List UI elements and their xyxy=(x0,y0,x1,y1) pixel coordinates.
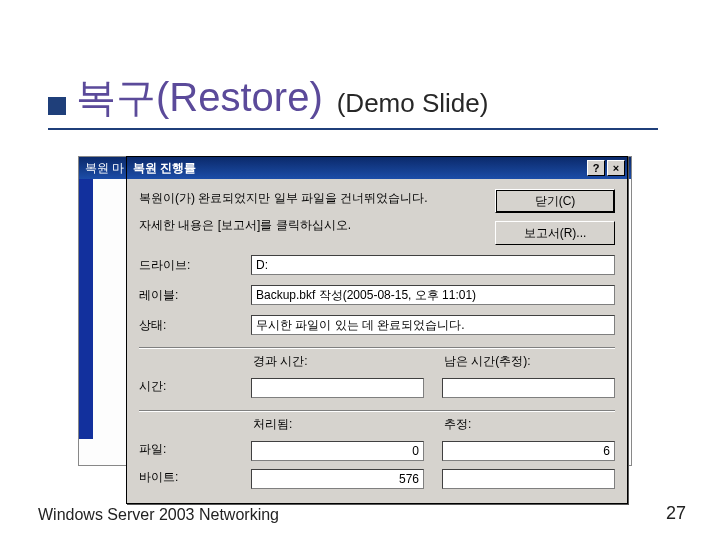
status-label: 상태: xyxy=(139,317,251,334)
dialog-titlebar[interactable]: 복원 진행률 ? × xyxy=(127,157,627,179)
help-button[interactable]: ? xyxy=(587,160,605,176)
close-button[interactable]: 닫기(C) xyxy=(495,189,615,213)
parent-window-title: 복원 마 xyxy=(85,161,124,175)
report-button[interactable]: 보고서(R)... xyxy=(495,221,615,245)
drive-value: D: xyxy=(251,255,615,275)
slide-header: 복구(Restore) (Demo Slide) xyxy=(48,70,488,125)
processed-header: 처리됨: xyxy=(251,416,424,433)
label-value: Backup.bkf 작성(2005-08-15, 오후 11:01) xyxy=(251,285,615,305)
slide-title-main: 복구(Restore) xyxy=(76,70,323,125)
drive-label: 드라이브: xyxy=(139,257,251,274)
bytes-estimated-value xyxy=(442,469,615,489)
title-underline xyxy=(48,128,658,130)
close-icon[interactable]: × xyxy=(607,160,625,176)
title-bullet-square xyxy=(48,97,66,115)
files-estimated-value: 6 xyxy=(442,441,615,461)
separator-1 xyxy=(139,347,615,349)
restore-progress-dialog: 복원 진행률 ? × 복원이(가) 완료되었지만 일부 파일을 건너뛰었습니다.… xyxy=(126,156,628,504)
label-label: 레이블: xyxy=(139,287,251,304)
status-message-2: 자세한 내용은 [보고서]를 클릭하십시오. xyxy=(139,218,459,233)
status-value: 무시한 파일이 있는 데 완료되었습니다. xyxy=(251,315,615,335)
estimated-header: 추정: xyxy=(442,416,615,433)
bytes-processed-value: 576 xyxy=(251,469,424,489)
slide-title-sub: (Demo Slide) xyxy=(337,88,489,125)
dialog-title: 복원 진행률 xyxy=(133,160,196,177)
parent-sidebar-strip xyxy=(79,179,93,439)
footer-text: Windows Server 2003 Networking xyxy=(38,506,279,524)
separator-2 xyxy=(139,410,615,412)
files-processed-value: 0 xyxy=(251,441,424,461)
page-number: 27 xyxy=(666,503,686,524)
remaining-header: 남은 시간(추정): xyxy=(442,353,615,370)
remaining-time-value xyxy=(442,378,615,398)
status-message-1: 복원이(가) 완료되었지만 일부 파일을 건너뛰었습니다. xyxy=(139,191,459,206)
files-label: 파일: xyxy=(139,441,251,461)
elapsed-header: 경과 시간: xyxy=(251,353,424,370)
elapsed-time-value xyxy=(251,378,424,398)
dialog-body: 복원이(가) 완료되었지만 일부 파일을 건너뛰었습니다. 자세한 내용은 [보… xyxy=(127,179,627,503)
time-label: 시간: xyxy=(139,378,251,398)
bytes-label: 바이트: xyxy=(139,469,251,489)
